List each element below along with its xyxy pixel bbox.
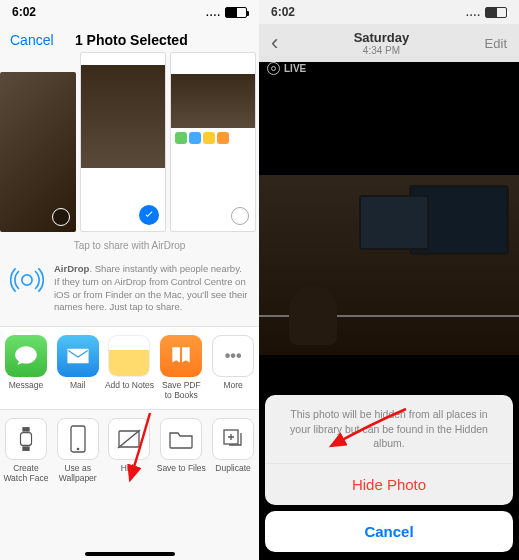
action-duplicate[interactable]: Duplicate [207, 418, 259, 484]
action-save-files[interactable]: Save to Files [155, 418, 207, 484]
battery-icon [225, 7, 247, 18]
sheet-card: This photo will be hidden from all place… [265, 395, 513, 505]
notes-icon [108, 335, 150, 377]
share-more[interactable]: •••More [207, 335, 259, 401]
app-share-row: Message Mail Add to Notes Save PDFto Boo… [0, 326, 259, 409]
messages-icon [5, 335, 47, 377]
home-indicator[interactable] [85, 552, 175, 556]
live-label: LIVE [284, 63, 306, 74]
app-label: Mail [70, 381, 86, 391]
share-sheet-screen: 6:02 .... Cancel 1 Photo Selected Tap to… [0, 0, 259, 560]
share-notes[interactable]: Add to Notes [104, 335, 156, 401]
nav-bar: ‹ Saturday 4:34 PM Edit [259, 24, 519, 62]
action-hide[interactable]: Hide [104, 418, 156, 484]
share-messages[interactable]: Message [0, 335, 52, 401]
phone-icon [57, 418, 99, 460]
app-label: Add to Notes [105, 381, 154, 391]
photo-detail-screen: 6:02 .... ‹ Saturday 4:34 PM Edit LIVE T… [259, 0, 519, 560]
edit-button[interactable]: Edit [485, 36, 507, 51]
airdrop-hint: Tap to share with AirDrop [0, 238, 259, 257]
back-button[interactable]: ‹ [271, 30, 278, 56]
hide-icon [108, 418, 150, 460]
app-label: Save PDFto Books [162, 381, 201, 401]
action-label: Save to Files [157, 464, 206, 474]
more-icon: ••• [212, 335, 254, 377]
sheet-message: This photo will be hidden from all place… [265, 395, 513, 463]
svg-point-0 [22, 275, 32, 285]
svg-rect-2 [20, 432, 31, 445]
live-badge: LIVE [267, 62, 306, 75]
checkmark-icon[interactable] [139, 205, 159, 225]
svg-line-8 [118, 430, 140, 448]
nav-title-group: Saturday 4:34 PM [278, 30, 484, 56]
thumbnail-2-selected[interactable] [80, 52, 166, 232]
thumbnail-3[interactable] [170, 52, 256, 232]
signal-icon: .... [206, 7, 221, 18]
airdrop-icon [10, 263, 44, 297]
photo-thumbnails[interactable] [0, 56, 259, 238]
status-time: 6:02 [12, 5, 36, 19]
cancel-button[interactable]: Cancel [265, 511, 513, 552]
hide-photo-button[interactable]: Hide Photo [265, 463, 513, 505]
share-books[interactable]: Save PDFto Books [155, 335, 207, 401]
status-time: 6:02 [271, 5, 295, 19]
svg-rect-1 [68, 350, 88, 363]
airdrop-description: AirDrop. Share instantly with people nea… [54, 263, 249, 314]
airdrop-row[interactable]: AirDrop. Share instantly with people nea… [0, 257, 259, 326]
action-label: Duplicate [215, 464, 250, 474]
battery-icon [485, 7, 507, 18]
svg-point-6 [76, 447, 79, 450]
folder-icon [160, 418, 202, 460]
watch-icon [5, 418, 47, 460]
duplicate-icon [212, 418, 254, 460]
action-row: CreateWatch Face Use asWallpaper Hide Sa… [0, 409, 259, 492]
action-label: Hide [121, 464, 138, 474]
books-icon [160, 335, 202, 377]
live-icon [267, 62, 280, 75]
action-label: Use asWallpaper [59, 464, 97, 484]
mail-icon [57, 335, 99, 377]
app-label: Message [9, 381, 44, 391]
action-wallpaper[interactable]: Use asWallpaper [52, 418, 104, 484]
status-right: .... [466, 7, 507, 18]
svg-rect-3 [22, 427, 29, 432]
status-right: .... [206, 7, 247, 18]
nav-title: Saturday [278, 30, 484, 45]
select-circle-icon[interactable] [52, 208, 70, 226]
nav-subtitle: 4:34 PM [278, 45, 484, 56]
share-title: 1 Photo Selected [14, 32, 249, 48]
status-bar: 6:02 .... [259, 0, 519, 24]
thumbnail-1[interactable] [0, 72, 76, 232]
action-sheet: This photo will be hidden from all place… [265, 395, 513, 552]
app-label: More [223, 381, 242, 391]
action-watch-face[interactable]: CreateWatch Face [0, 418, 52, 484]
action-label: CreateWatch Face [3, 464, 48, 484]
svg-rect-4 [22, 446, 29, 451]
share-mail[interactable]: Mail [52, 335, 104, 401]
status-bar: 6:02 .... [0, 0, 259, 24]
select-circle-icon[interactable] [231, 207, 249, 225]
signal-icon: .... [466, 7, 481, 18]
